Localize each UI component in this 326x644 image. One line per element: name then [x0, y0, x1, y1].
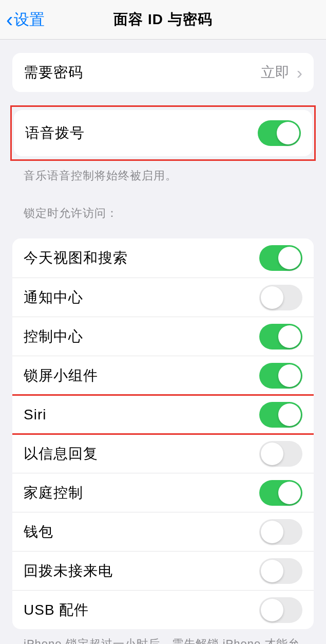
lock-access-toggle[interactable] [259, 245, 302, 271]
back-button[interactable]: ‹ 设置 [6, 9, 45, 30]
lock-access-toggle[interactable] [259, 558, 302, 584]
lock-access-toggle[interactable] [259, 480, 302, 506]
page-title: 面容 ID 与密码 [113, 10, 213, 29]
lock-access-row: USB 配件 [12, 590, 314, 629]
voice-dial-toggle[interactable] [258, 120, 301, 146]
lock-access-label: 通知中心 [24, 288, 83, 307]
lock-access-label: Siri [24, 407, 46, 423]
toggle-knob [261, 560, 283, 582]
toggle-knob [261, 443, 283, 465]
lock-access-row: 回拨未接来电 [12, 551, 314, 590]
lock-access-toggle[interactable] [259, 597, 302, 623]
toggle-knob [261, 286, 283, 309]
highlight-voice-dial: 语音拨号 [10, 105, 316, 161]
lock-access-toggle[interactable] [259, 285, 302, 310]
lock-access-header: 锁定时允许访问： [0, 184, 326, 225]
lock-access-row: Siri [12, 395, 314, 434]
require-passcode-value: 立即 [261, 63, 290, 82]
lock-access-toggle[interactable] [259, 441, 302, 467]
lock-access-label: 锁屏小组件 [24, 366, 98, 385]
lock-access-row: 控制中心 [12, 317, 314, 356]
navbar: ‹ 设置 面容 ID 与密码 [0, 0, 326, 40]
require-passcode-detail: 立即 › [261, 63, 302, 83]
require-passcode-label: 需要密码 [24, 63, 83, 82]
toggle-knob [278, 325, 301, 348]
toggle-knob [278, 247, 301, 269]
lock-access-row: 钱包 [12, 512, 314, 551]
lock-access-toggle[interactable] [259, 519, 302, 545]
group-require-passcode: 需要密码 立即 › [12, 53, 314, 92]
lock-access-label: 家庭控制 [24, 483, 83, 503]
chevron-right-icon: › [297, 63, 302, 83]
row-require-passcode[interactable]: 需要密码 立即 › [12, 53, 314, 92]
lock-access-label: 回拨未接来电 [24, 561, 113, 581]
lock-access-toggle[interactable] [259, 324, 302, 349]
lock-access-label: 钱包 [24, 522, 53, 542]
lock-access-footer: iPhone 锁定超过一小时后，需先解锁 iPhone 才能允许 USB 配件连… [0, 629, 326, 644]
content: 需要密码 立即 › 语音拨号 音乐语音控制将始终被启用。 锁定时允许访问： 今天… [0, 53, 326, 644]
toggle-knob [278, 482, 301, 504]
voice-dial-footer: 音乐语音控制将始终被启用。 [0, 161, 326, 184]
lock-access-label: 以信息回复 [24, 444, 98, 464]
toggle-knob [261, 599, 283, 621]
lock-access-toggle[interactable] [259, 363, 302, 389]
toggle-knob [277, 122, 299, 144]
lock-access-row: 通知中心 [12, 278, 314, 317]
toggle-knob [278, 403, 301, 426]
back-label: 设置 [14, 9, 45, 30]
voice-dial-label: 语音拨号 [25, 123, 85, 143]
toggle-knob [261, 521, 283, 543]
lock-access-toggle[interactable] [259, 402, 302, 428]
row-voice-dial: 语音拨号 [14, 110, 312, 156]
group-voice-dial: 语音拨号 [14, 110, 312, 156]
lock-access-label: 控制中心 [24, 327, 83, 346]
lock-access-row: 今天视图和搜索 [12, 238, 314, 278]
lock-access-label: 今天视图和搜索 [24, 248, 128, 268]
chevron-left-icon: ‹ [6, 9, 13, 30]
toggle-knob [278, 364, 301, 387]
lock-access-label: USB 配件 [24, 600, 89, 620]
lock-access-row: 家庭控制 [12, 473, 314, 512]
lock-access-row: 锁屏小组件 [12, 356, 314, 395]
lock-access-row: 以信息回复 [12, 434, 314, 473]
group-lock-access: 今天视图和搜索通知中心控制中心锁屏小组件Siri以信息回复家庭控制钱包回拨未接来… [12, 238, 314, 629]
